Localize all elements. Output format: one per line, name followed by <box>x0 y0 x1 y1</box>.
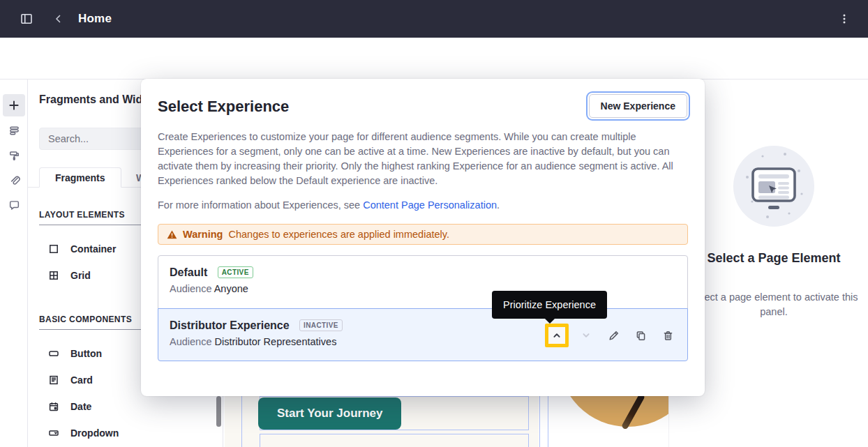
select-experience-modal: Select Experience New Experience Create … <box>141 79 705 396</box>
comments-button[interactable] <box>3 194 25 216</box>
tooltip-text: Prioritize Experience <box>503 299 596 310</box>
tooltip-arrow <box>545 319 555 324</box>
fragment-item-date[interactable]: Date <box>39 396 212 417</box>
experience-list: Default ACTIVE Audience Anyone Distribut… <box>158 255 688 361</box>
container-icon <box>48 243 59 255</box>
structure-icon <box>8 125 20 137</box>
warning-text: Changes to experiences are applied immed… <box>228 229 449 240</box>
page-title: Home <box>78 12 112 26</box>
experience-name: Distributor Experience <box>170 319 290 332</box>
back-button[interactable] <box>49 9 68 29</box>
page-design-options-button[interactable] <box>3 144 25 167</box>
card-icon <box>48 374 59 386</box>
prioritize-tooltip: Prioritize Experience <box>492 291 607 319</box>
add-fragments-button[interactable] <box>3 94 25 116</box>
experience-name: Default <box>170 266 207 279</box>
start-your-journey-button[interactable]: Start Your Journey <box>258 397 401 430</box>
panel-scrollbar[interactable] <box>216 396 221 427</box>
personalization-link[interactable]: Content Page Personalization <box>363 199 497 211</box>
date-icon <box>48 401 59 412</box>
button-icon <box>48 348 59 359</box>
copy-icon <box>635 330 647 342</box>
kebab-menu-icon[interactable] <box>833 8 855 30</box>
modal-title: Select Experience <box>158 98 289 116</box>
audience-value: Distributor Representatives <box>215 336 337 347</box>
editor-toolbar: Distri... INACTIVE Page Design <box>0 38 868 79</box>
deprioritize-experience-button[interactable] <box>576 326 596 345</box>
experience-row-default[interactable]: Default ACTIVE Audience Anyone <box>158 255 688 309</box>
grid-icon <box>48 270 59 281</box>
pencil-icon <box>608 330 620 342</box>
audience-label: Audience <box>170 336 211 347</box>
prioritize-experience-button[interactable] <box>545 324 569 347</box>
paperclip-icon <box>8 174 20 186</box>
contents-button[interactable] <box>3 169 25 191</box>
tab-fragments[interactable]: Fragments <box>39 167 121 188</box>
decorative-circle-image <box>558 395 668 427</box>
page-structure-button[interactable] <box>3 119 25 142</box>
edit-experience-button[interactable] <box>604 326 623 345</box>
more-info-suffix: . <box>497 199 500 211</box>
experience-row-distributor[interactable]: Distributor Experience INACTIVE Audience… <box>158 308 688 361</box>
warning-triangle-icon <box>167 229 177 240</box>
new-experience-button[interactable]: New Experience <box>589 94 687 118</box>
right-panel-title: Select a Page Element <box>685 250 862 266</box>
left-icon-rail <box>0 79 28 447</box>
comment-icon <box>8 199 20 211</box>
fragment-item-label: Button <box>70 348 102 359</box>
delete-experience-button[interactable] <box>658 326 678 345</box>
experience-actions <box>545 324 678 347</box>
section-header-layout-elements: LAYOUT ELEMENTS <box>39 210 125 220</box>
plus-icon <box>8 99 20 112</box>
fragment-item-dropdown[interactable]: Dropdown <box>39 423 212 444</box>
modal-more-info: For more information about Experiences, … <box>158 199 682 211</box>
element-outline <box>241 395 242 447</box>
select-element-illustration <box>732 144 816 228</box>
duplicate-experience-button[interactable] <box>631 326 650 345</box>
canvas-image-section <box>541 395 668 447</box>
trash-icon <box>662 330 674 342</box>
element-outline <box>260 434 529 447</box>
audience-value: Anyone <box>214 283 248 294</box>
top-bar: Home <box>0 0 868 38</box>
section-header-basic-components: BASIC COMPONENTS <box>39 315 132 324</box>
fragment-item-label: Date <box>70 401 91 412</box>
chevron-down-icon <box>581 330 592 341</box>
fragment-item-label: Container <box>70 243 116 255</box>
fragment-item-label: Dropdown <box>70 427 119 439</box>
element-outline <box>539 395 540 447</box>
status-badge-active: ACTIVE <box>218 266 253 278</box>
sidebar-toggle-icon[interactable] <box>15 8 38 30</box>
paint-roller-icon <box>8 150 20 162</box>
right-panel-description: Select a page element to activate this p… <box>685 290 862 319</box>
warning-alert: Warning Changes to experiences are appli… <box>158 224 688 245</box>
element-outline <box>548 395 548 447</box>
warning-label: Warning <box>183 229 223 240</box>
dropdown-icon <box>48 427 59 439</box>
fragment-item-label: Grid <box>70 270 91 281</box>
status-badge-inactive: INACTIVE <box>299 319 343 331</box>
fragment-item-label: Card <box>70 374 93 386</box>
more-info-prefix: For more information about Experiences, … <box>158 199 363 211</box>
modal-description: Create Experiences to customize your pag… <box>158 130 682 188</box>
chevron-up-icon <box>551 330 562 341</box>
audience-label: Audience <box>170 283 211 294</box>
